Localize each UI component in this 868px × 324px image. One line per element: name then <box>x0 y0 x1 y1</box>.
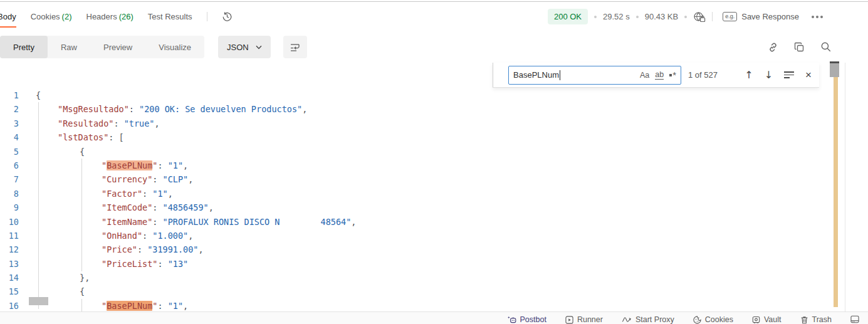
view-mode-raw[interactable]: Raw <box>48 36 90 58</box>
code-line: 1{ <box>0 88 830 102</box>
save-response-button[interactable]: e.g. Save Response <box>719 11 803 22</box>
view-mode-preview[interactable]: Preview <box>90 36 145 58</box>
scrollbar-thumb-horizontal[interactable] <box>29 297 48 305</box>
dot-separator <box>594 16 597 18</box>
more-actions-button[interactable] <box>809 13 825 21</box>
view-mode-visualize[interactable]: Visualize <box>145 36 204 58</box>
statusbar-trash[interactable]: Trash <box>800 315 832 324</box>
code-content: 1{2"MsgResultado": "200 OK: Se devuelven… <box>0 88 830 311</box>
statusbar-cookies[interactable]: Cookies <box>693 315 733 324</box>
statusbar-runner[interactable]: Runner <box>565 315 603 324</box>
response-time: 29.52 s <box>603 12 630 21</box>
regex-square-icon <box>669 74 672 76</box>
line-number: 10 <box>0 215 19 229</box>
tab-test-results[interactable]: Test Results <box>148 3 192 31</box>
code-text: { <box>80 145 85 159</box>
response-size: 90.43 KB <box>645 12 679 21</box>
divider <box>207 12 207 21</box>
response-meta: 200 OK 29.52 s 90.43 KB e.g. Save Respon… <box>548 9 825 24</box>
line-number: 13 <box>0 257 19 271</box>
regex-toggle[interactable]: * <box>669 72 676 78</box>
history-icon <box>222 11 233 22</box>
link-icon <box>768 42 778 53</box>
language-dropdown-label: JSON <box>227 43 249 52</box>
divider <box>712 12 713 21</box>
whole-word-toggle[interactable]: ab <box>655 70 664 80</box>
line-number: 9 <box>0 201 19 214</box>
statusbar-label: Cookies <box>705 315 733 324</box>
statusbar-start-proxy[interactable]: Start Proxy <box>622 315 674 324</box>
line-number: 1 <box>0 88 19 102</box>
tab-label: Body <box>0 12 16 21</box>
match-case-toggle[interactable]: Aa <box>640 71 649 80</box>
line-number: 2 <box>0 102 19 116</box>
next-match-button[interactable]: ↓ <box>765 70 773 80</box>
statusbar-postbot[interactable]: Postbot <box>507 315 546 324</box>
statusbar-label: Runner <box>577 315 603 324</box>
dot-separator <box>636 16 639 18</box>
code-line: 15{ <box>0 285 830 298</box>
code-text: "Factor": "1", <box>102 187 173 201</box>
line-number: 5 <box>0 145 19 159</box>
tab-headers[interactable]: Headers(26) <box>86 3 133 31</box>
line-number: 6 <box>0 159 19 172</box>
line-number: 3 <box>0 117 19 130</box>
previous-match-button[interactable]: ↑ <box>745 70 753 80</box>
line-number: 16 <box>0 299 19 311</box>
search-match-highlight: BasePLNum <box>107 160 152 170</box>
code-line: 11"OnHand": "1.000", <box>0 229 830 243</box>
code-text: "lstDatos": [ <box>58 130 124 144</box>
line-number: 4 <box>0 130 19 144</box>
tab-cookies[interactable]: Cookies(2) <box>31 3 72 31</box>
wrap-text-button[interactable] <box>283 36 307 58</box>
language-dropdown[interactable]: JSON <box>218 36 271 58</box>
code-text: "OnHand": "1.000", <box>102 229 193 243</box>
tab-count-badge: (26) <box>119 12 133 21</box>
line-number: 7 <box>0 172 19 186</box>
search-body-button[interactable] <box>820 41 832 53</box>
statusbar-console-button[interactable] <box>850 315 859 323</box>
code-text: "MsgResultado": "200 OK: Se devuelven Pr… <box>58 102 307 116</box>
code-text: "ItemName": "PROFALUX RONIS DISCO N 4856… <box>102 215 356 229</box>
code-line: 13"PriceList": "13" <box>0 257 830 271</box>
network-info-icon[interactable] <box>693 11 706 23</box>
find-options-icon[interactable] <box>784 71 794 78</box>
search-input[interactable]: BasePLNum Aa ab * <box>508 66 681 85</box>
code-line: 2"MsgResultado": "200 OK: Se devuelven P… <box>0 102 830 116</box>
code-line: 5{ <box>0 145 830 159</box>
copy-link-button[interactable] <box>768 42 778 53</box>
statusbar-label: Start Proxy <box>635 315 674 324</box>
code-text: "BasePLNum": "1", <box>102 299 188 311</box>
search-toggles: Aa ab * <box>640 70 676 80</box>
status-badge: 200 OK <box>548 9 588 24</box>
text-cursor <box>560 70 561 80</box>
search-icon <box>820 41 832 53</box>
statusbar-vault[interactable]: Vault <box>752 315 782 324</box>
code-line: 10"ItemName": "PROFALUX RONIS DISCO N 48… <box>0 215 830 229</box>
line-number: 15 <box>0 285 19 298</box>
scrollbar-thumb-vertical[interactable] <box>830 61 839 77</box>
code-line: 12"Price": "31991.00", <box>0 243 830 256</box>
line-number: 12 <box>0 243 19 256</box>
chevron-down-icon <box>256 45 262 50</box>
save-response-label: Save Response <box>741 12 799 21</box>
close-search-button[interactable]: × <box>805 70 812 80</box>
line-number: 8 <box>0 187 19 201</box>
code-line: 7"Currency": "CLP", <box>0 172 830 186</box>
code-text: "Currency": "CLP", <box>102 172 193 186</box>
copy-icon <box>794 42 805 53</box>
response-body-editor[interactable]: 1{2"MsgResultado": "200 OK: Se devuelven… <box>0 63 868 311</box>
response-tab-list: BodyCookies(2)Headers(26)Test Results <box>0 3 233 31</box>
code-line: 4"lstDatos": [ <box>0 130 830 144</box>
runner-icon <box>565 316 573 324</box>
line-number: 14 <box>0 271 19 285</box>
response-history-button[interactable] <box>222 11 233 22</box>
copy-body-button[interactable] <box>794 42 805 53</box>
code-line: 9"ItemCode": "4856459", <box>0 201 830 214</box>
tab-count-badge: (2) <box>62 12 72 21</box>
statusbar-label: Postbot <box>520 315 546 324</box>
postbot-icon <box>507 316 516 324</box>
statusbar-label: Trash <box>812 315 832 324</box>
tab-body[interactable]: Body <box>0 3 16 31</box>
view-mode-pretty[interactable]: Pretty <box>0 36 48 58</box>
